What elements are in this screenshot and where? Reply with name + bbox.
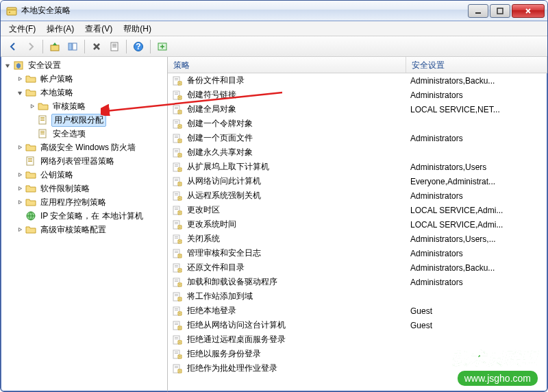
policy-item-icon (172, 162, 183, 173)
cell-policy: 从网络访问此计算机 (187, 175, 410, 187)
list-body[interactable]: 备份文件和目录Administrators,Backu...创建符号链接Admi… (168, 73, 547, 391)
menu-file[interactable]: 文件(F) (3, 21, 41, 36)
list-row[interactable]: 创建一个页面文件Administrators (168, 131, 547, 145)
close-button[interactable] (512, 4, 545, 18)
cell-setting: Administrators (410, 278, 547, 287)
tree-item[interactable]: 安全选项 (2, 127, 167, 140)
svg-rect-34 (175, 93, 178, 93)
list-row[interactable]: 拒绝本地登录Guest (168, 304, 547, 318)
svg-rect-75 (175, 238, 178, 238)
svg-rect-38 (175, 107, 178, 108)
cell-policy: 拒绝通过远程桌面服务登录 (187, 334, 410, 345)
list-row[interactable]: 更改时区LOCAL SERVICE,Admi... (168, 203, 547, 217)
list-row[interactable]: 从远程系统强制关机Administrators (168, 188, 547, 203)
cell-policy: 创建符号链接 (187, 89, 410, 101)
list-row[interactable]: 创建一个令牌对象 (168, 117, 547, 131)
list-row[interactable]: 创建永久共享对象 (168, 145, 547, 160)
list-row[interactable]: 拒绝作为批处理作业登录 (168, 361, 547, 376)
tree-label: 软件限制策略 (39, 182, 91, 195)
svg-point-36 (179, 97, 181, 98)
svg-point-84 (179, 269, 181, 271)
svg-rect-111 (175, 367, 178, 368)
back-button[interactable] (5, 38, 21, 55)
list-row[interactable]: 备份文件和目录Administrators,Backu... (168, 73, 547, 88)
tree-item[interactable]: 公钥策略 (2, 168, 167, 182)
svg-rect-19 (40, 120, 45, 121)
tree-item[interactable]: 网络列表管理器策略 (2, 154, 167, 168)
expand-toggle[interactable] (16, 88, 24, 97)
svg-rect-30 (175, 78, 178, 79)
content-area: 安全设置帐户策略本地策略审核策略用户权限分配安全选项高级安全 Windows 防… (1, 57, 547, 391)
shield-folder-icon (13, 60, 24, 71)
list-row[interactable]: 拒绝以服务身份登录 (168, 347, 547, 361)
tree-root[interactable]: 安全设置 (2, 58, 167, 72)
svg-rect-18 (40, 119, 45, 119)
list-row[interactable]: 从网络访问此计算机Everyone,Administrat... (168, 174, 547, 188)
tree-pane[interactable]: 安全设置帐户策略本地策略审核策略用户权限分配安全选项高级安全 Windows 防… (1, 57, 168, 391)
tree-item[interactable]: 高级安全 Windows 防火墙 (2, 140, 167, 154)
menu-help[interactable]: 帮助(H) (118, 21, 157, 36)
svg-rect-110 (175, 366, 178, 367)
cell-policy: 从远程系统强制关机 (187, 190, 410, 201)
minimize-button[interactable] (468, 4, 488, 18)
cell-policy: 创建一个令牌对象 (187, 118, 410, 130)
forward-button[interactable] (23, 38, 39, 55)
expand-toggle[interactable] (16, 198, 24, 206)
properties-button[interactable] (106, 38, 123, 55)
policy-item-icon (172, 90, 183, 101)
expand-toggle[interactable] (3, 61, 12, 69)
list-row[interactable]: 将工作站添加到域 (168, 289, 547, 304)
tree-item[interactable]: 软件限制策略 (2, 182, 167, 195)
expand-toggle[interactable] (16, 75, 24, 83)
tree-label: 用户权限分配 (51, 114, 106, 127)
svg-rect-82 (175, 265, 178, 266)
tree-item[interactable]: 审核策略 (2, 99, 167, 113)
expand-toggle[interactable] (16, 225, 24, 234)
menu-view[interactable]: 查看(V) (79, 21, 118, 36)
list-row[interactable]: 关闭系统Administrators,Users,... (168, 232, 547, 246)
tree-item[interactable]: IP 安全策略，在 本地计算机 (2, 209, 167, 223)
cell-policy: 拒绝作为批处理作业登录 (187, 363, 410, 374)
tree-item[interactable]: 帐户策略 (2, 72, 167, 86)
tree-item[interactable]: 用户权限分配 (2, 113, 167, 127)
cell-policy: 创建一个页面文件 (187, 132, 410, 144)
expand-toggle[interactable] (16, 171, 24, 179)
list-row[interactable]: 创建符号链接Administrators (168, 88, 547, 102)
delete-button[interactable] (88, 38, 105, 55)
expand-toggle[interactable] (16, 143, 24, 151)
tree-item[interactable]: 应用程序控制策略 (2, 195, 167, 209)
policy-item-icon (172, 133, 183, 144)
titlebar[interactable]: 本地安全策略 (1, 1, 547, 21)
tree-item[interactable]: 本地策略 (2, 86, 167, 99)
maximize-button[interactable] (490, 4, 510, 18)
list-row[interactable]: 拒绝从网络访问这台计算机Guest (168, 318, 547, 332)
help-button[interactable]: ? (130, 38, 147, 55)
svg-rect-5 (51, 45, 59, 51)
expand-toggle[interactable] (16, 184, 24, 193)
svg-point-48 (179, 140, 181, 141)
cell-setting: Administrators (410, 90, 547, 100)
list-row[interactable]: 创建全局对象LOCAL SERVICE,NET... (168, 102, 547, 117)
list-row[interactable]: 管理审核和安全日志Administrators (168, 246, 547, 260)
list-row[interactable]: 拒绝通过远程桌面服务登录 (168, 332, 547, 347)
list-row[interactable]: 更改系统时间LOCAL SERVICE,Admi... (168, 217, 547, 232)
menu-action[interactable]: 操作(A) (41, 21, 79, 36)
app-icon (6, 5, 17, 16)
svg-point-60 (179, 183, 181, 184)
list-row[interactable]: 从扩展坞上取下计算机Administrators,Users (168, 160, 547, 174)
up-level-button[interactable] (47, 38, 63, 55)
expand-toggle[interactable] (28, 102, 36, 110)
cell-policy: 从扩展坞上取下计算机 (187, 161, 410, 173)
show-hide-tree-button[interactable] (64, 38, 81, 55)
tree-item[interactable]: 高级审核策略配置 (2, 223, 167, 236)
cell-setting: Administrators (410, 134, 547, 143)
svg-rect-94 (175, 308, 178, 309)
cell-setting: LOCAL SERVICE,Admi... (410, 220, 547, 230)
column-header-setting[interactable]: 安全设置 (406, 57, 547, 73)
folder-icon (25, 197, 36, 208)
svg-point-52 (179, 154, 181, 156)
column-header-policy[interactable]: 策略 (168, 57, 406, 73)
list-row[interactable]: 加载和卸载设备驱动程序Administrators (168, 275, 547, 289)
list-row[interactable]: 还原文件和目录Administrators,Backu... (168, 260, 547, 275)
export-button[interactable] (154, 38, 171, 55)
